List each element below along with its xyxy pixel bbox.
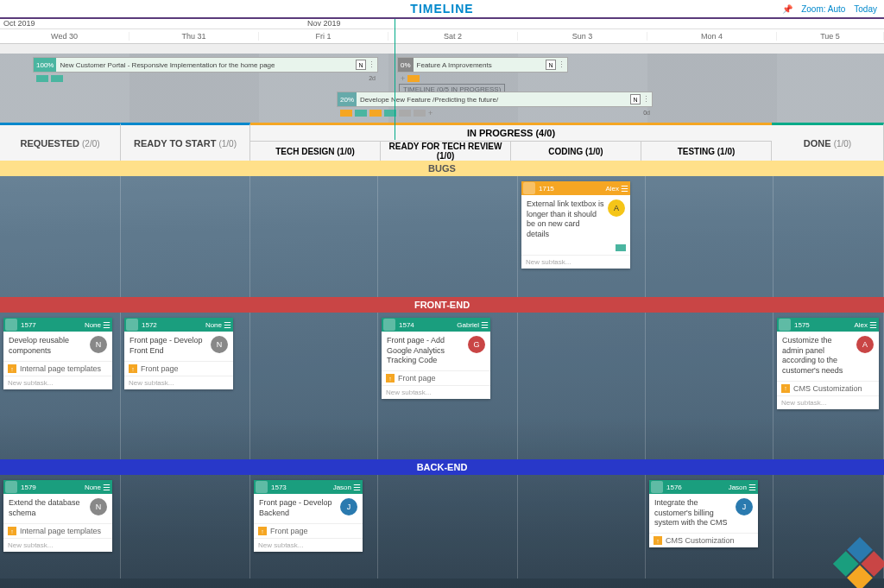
card[interactable]: ◧1575Alex☰ Customize the admin panel acc… [777,318,879,409]
new-subtask-input[interactable]: New subtask... [521,255,630,269]
column-ready-to-start[interactable]: READY TO START (1/0) [121,123,250,161]
card-type-icon: ◧ [383,319,395,331]
column-testing[interactable]: TESTING (1/0) [641,142,772,161]
swimlane-frontend-header[interactable]: FRONT-END [0,297,884,313]
gantt-area[interactable]: 100% New Customer Portal - Responsive Im… [0,54,884,123]
card-assignee: Alex [605,185,619,193]
subtask-block[interactable] [36,75,48,82]
card-type-icon: ◧ [5,319,17,331]
card[interactable]: ◧1715Alex☰ External link textbox is long… [521,181,630,269]
avatar: A [608,199,625,217]
avatar: J [736,498,753,515]
gantt-duration: 0d [643,110,650,116]
card[interactable]: ◧1576Jason☰ Integrate the customer's bil… [649,480,758,547]
gantt-avatar: N [630,94,641,104]
new-subtask-input[interactable]: New subtask... [254,538,363,552]
card-title: Integrate the customer's billing system … [654,498,732,528]
day-cell[interactable]: Wed 30 [0,32,129,41]
new-subtask-input[interactable]: New subtask... [3,376,112,389]
subtask-block[interactable] [355,110,367,117]
kebab-icon[interactable]: ⋮ [368,60,376,69]
new-subtask-input[interactable]: New subtask... [777,395,879,409]
kebab-icon[interactable]: ☰ [353,483,360,492]
card-assignee: None [85,321,101,329]
card-type-icon: ◧ [651,481,663,493]
new-subtask-input[interactable]: New subtask... [124,376,233,389]
zoom-button[interactable]: Zoom: Auto [801,4,845,14]
swimlane-bugs-header[interactable]: BUGS [0,161,884,176]
card-id: 1715 [539,185,554,193]
kebab-icon[interactable]: ☰ [621,184,628,193]
card-tag: ↑Front page [382,370,490,385]
today-button[interactable]: Today [854,4,877,14]
day-cell[interactable]: Sun 3 [518,32,647,41]
swimlane-backend-header[interactable]: BACK-END [0,459,884,475]
card[interactable]: ◧1572None☰ Front page - Develop Front En… [124,318,233,389]
card-id: 1573 [271,484,287,491]
kebab-icon[interactable]: ☰ [224,320,230,330]
card[interactable]: ◧1573Jason☰ Front page - Develop Backend… [254,480,363,552]
plus-icon[interactable]: + [428,109,433,117]
day-cell[interactable]: Thu 31 [129,32,259,41]
card[interactable]: ◧1574Gabriel☰ Front page - Add Google An… [382,318,490,399]
gantt-percent: 100% [34,58,56,72]
card-tag: ↑Internal page templates [3,361,112,376]
today-marker [395,19,395,140]
gantt-bar[interactable]: 100% New Customer Portal - Responsive Im… [33,57,378,73]
plus-icon[interactable]: + [401,74,405,83]
gantt-avatar: N [356,60,366,70]
subtask-block[interactable] [414,110,426,117]
day-row: Wed 30 Thu 31 Fri 1 Sat 2 Sun 3 Mon 4 Tu… [0,29,884,43]
swimlane-frontend-body: ◧1577None☰ Develop reusable componentsN … [0,313,884,459]
column-done[interactable]: DONE (1/0) [772,123,884,161]
new-subtask-input[interactable]: New subtask... [382,385,490,399]
subtask-block[interactable] [369,110,382,117]
gantt-avatar: N [546,60,556,70]
new-subtask-input[interactable]: New subtask... [3,538,112,552]
page-title: TIMELINE [410,2,473,16]
tag-arrow-icon: ↑ [258,527,267,535]
card-title: Front page - Develop Front End [129,336,207,356]
column-coding[interactable]: CODING (1/0) [511,142,641,161]
card-title: External link textbox is longer than it … [527,199,604,240]
gantt-title: New Customer Portal - Responsive Impleme… [56,61,356,69]
card-type-icon: ◧ [779,319,791,331]
day-cell[interactable]: Fri 1 [259,32,388,41]
kebab-icon[interactable]: ☰ [869,320,876,330]
card-title: Develop reusable components [9,336,86,356]
gantt-title: Develope New Feature /Predicting the fut… [357,96,630,104]
card-id: 1577 [21,321,36,329]
kebab-icon[interactable]: ☰ [103,483,110,492]
column-tech-design[interactable]: TECH DESIGN (1/0) [250,142,381,161]
subtask-block[interactable] [51,75,63,82]
column-ready-for-tech-review[interactable]: READY FOR TECH REVIEW(1/0) [381,142,511,161]
subtask-block[interactable] [399,110,411,117]
swimlane-bugs-body: ◧1715Alex☰ External link textbox is long… [0,176,884,297]
status-marker [616,244,626,251]
kebab-icon[interactable]: ⋮ [558,60,565,69]
card-tag: ↑Internal page templates [3,523,112,538]
card-id: 1576 [666,484,682,491]
subtask-block[interactable] [407,75,420,82]
card-tag: ↑CMS Customization [777,381,879,395]
kebab-icon[interactable]: ☰ [103,320,110,330]
header: TIMELINE 📌 Zoom: Auto Today [0,0,884,19]
day-cell[interactable]: Sat 2 [388,32,518,41]
day-cell[interactable]: Tue 5 [777,32,884,41]
card-tag: ↑CMS Customization [649,533,758,547]
gantt-duration: 2d [369,75,376,81]
subtask-block[interactable] [340,110,352,117]
gantt-subtasks [36,74,63,83]
card[interactable]: ◧1579None☰ Extend the database schemaN ↑… [3,480,112,552]
pin-icon[interactable]: 📌 [782,4,792,14]
gantt-bar[interactable]: 0% Feature A Improvements N⋮ [397,57,568,73]
gantt-bar[interactable]: 20% Develope New Feature /Predicting the… [337,92,653,107]
column-requested[interactable]: REQUESTED (2/0) [0,123,121,161]
card[interactable]: ◧1577None☰ Develop reusable componentsN … [3,318,112,389]
kebab-icon[interactable]: ☰ [481,320,488,330]
kebab-icon[interactable]: ☰ [748,483,755,492]
gantt-percent: 20% [338,92,357,106]
gantt-subtasks: + [401,74,420,83]
kebab-icon[interactable]: ⋮ [642,95,650,104]
day-cell[interactable]: Mon 4 [647,32,777,41]
